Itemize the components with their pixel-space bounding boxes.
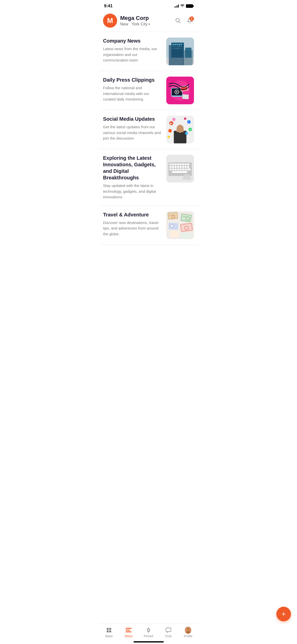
svg-rect-3 [171, 43, 184, 65]
svg-rect-9 [173, 46, 174, 47]
svg-rect-73 [177, 169, 179, 170]
svg-rect-60 [185, 164, 187, 165]
svg-rect-77 [187, 169, 190, 170]
svg-text:↑: ↑ [169, 130, 170, 132]
svg-text:✉: ✉ [189, 129, 191, 131]
svg-rect-13 [181, 46, 182, 47]
company-name: Mega Corp [120, 15, 171, 21]
notification-badge: 2 [189, 16, 194, 21]
wifi-icon [180, 4, 184, 8]
svg-rect-67 [182, 166, 184, 168]
company-logo[interactable]: M [103, 14, 117, 28]
status-bar: 9:41 [99, 0, 198, 11]
svg-rect-57 [177, 164, 179, 165]
svg-point-92 [170, 224, 174, 228]
search-button[interactable] [174, 16, 182, 25]
chevron-down-icon: ▾ [148, 22, 150, 26]
svg-rect-65 [177, 166, 179, 168]
location-text: New York City [120, 22, 147, 26]
svg-rect-96 [170, 230, 179, 237]
news-content: Travel & Adventure Discover new destinat… [103, 211, 162, 237]
location-row[interactable]: New York City ▾ [120, 22, 171, 26]
svg-rect-5 [175, 44, 176, 45]
news-title: Social Media Updates [103, 116, 162, 122]
battery-icon [186, 4, 193, 8]
svg-rect-10 [175, 46, 176, 47]
svg-rect-97 [181, 232, 191, 239]
svg-rect-34 [177, 130, 184, 132]
svg-rect-63 [172, 166, 174, 168]
svg-rect-71 [172, 169, 174, 170]
news-item-company-news[interactable]: Company News Latest news from the media,… [99, 32, 198, 71]
svg-rect-30 [182, 94, 189, 99]
svg-rect-56 [175, 164, 177, 165]
svg-rect-76 [185, 169, 187, 170]
news-image-press [166, 77, 194, 104]
news-item-social-media[interactable]: Social Media Updates Get the latest upda… [99, 110, 198, 149]
news-content: Company News Latest news from the media,… [103, 38, 162, 63]
svg-line-1 [179, 21, 181, 23]
svg-rect-69 [187, 166, 189, 168]
svg-rect-64 [175, 166, 177, 168]
svg-rect-14 [173, 48, 174, 49]
news-image-company-news [166, 38, 194, 65]
news-image-social: ▶ f ↑ ✉ ♥ ✦ ♡ ★ [166, 116, 194, 143]
svg-rect-15 [175, 48, 176, 49]
svg-rect-2 [166, 38, 194, 65]
svg-rect-6 [177, 44, 178, 45]
news-item-daily-press[interactable]: Daily Press Clippings Follow the nationa… [99, 71, 198, 110]
svg-rect-61 [187, 164, 189, 165]
svg-rect-18 [181, 48, 182, 49]
header: M Mega Corp New York City ▾ 2 [99, 11, 198, 32]
svg-rect-68 [185, 166, 187, 168]
svg-rect-70 [170, 169, 172, 170]
status-time: 9:41 [104, 4, 113, 9]
svg-rect-4 [173, 44, 174, 45]
news-item-travel-adventure[interactable]: Travel & Adventure Discover new destinat… [99, 206, 198, 245]
svg-rect-72 [175, 169, 177, 170]
news-title: Travel & Adventure [103, 211, 162, 218]
news-title: Daily Press Clippings [103, 77, 162, 83]
svg-rect-58 [180, 164, 182, 165]
news-image-travel: PASSPORT VISA [166, 211, 194, 239]
news-description: Follow the national and international me… [103, 85, 162, 102]
svg-rect-12 [179, 46, 180, 47]
svg-rect-20 [166, 58, 194, 65]
svg-text:▶: ▶ [170, 122, 172, 125]
svg-text:✦: ✦ [186, 133, 187, 135]
svg-point-37 [187, 120, 191, 124]
svg-rect-11 [177, 46, 178, 47]
svg-rect-59 [182, 164, 184, 165]
news-title: Exploring the Latest Innovations, Gadget… [103, 155, 162, 181]
svg-rect-19 [185, 48, 191, 65]
news-image-tech [166, 155, 194, 182]
svg-rect-75 [182, 169, 184, 170]
news-item-tech-innovations[interactable]: Exploring the Latest Innovations, Gadget… [99, 149, 198, 206]
news-content: Exploring the Latest Innovations, Gadget… [103, 155, 162, 200]
header-title-block: Mega Corp New York City ▾ [120, 15, 171, 26]
svg-text:♡: ♡ [184, 118, 186, 120]
svg-rect-55 [172, 164, 174, 165]
news-title: Company News [103, 38, 162, 44]
svg-rect-54 [170, 164, 172, 165]
svg-rect-7 [179, 44, 180, 45]
news-description: Latest news from the media, our organisa… [103, 46, 162, 63]
header-actions: 2 [174, 16, 194, 25]
news-description: Stay updated with the latest in technolo… [103, 183, 162, 200]
news-content: Daily Press Clippings Follow the nationa… [103, 77, 162, 102]
news-list: Company News Latest news from the media,… [99, 32, 198, 265]
svg-text:★: ★ [168, 137, 170, 138]
svg-rect-16 [177, 48, 178, 49]
building-image [166, 38, 194, 65]
news-description: Get the latest updates from our various … [103, 124, 162, 141]
svg-rect-62 [170, 166, 172, 168]
news-content: Social Media Updates Get the latest upda… [103, 116, 162, 141]
svg-rect-8 [181, 44, 182, 45]
svg-rect-66 [180, 166, 182, 168]
search-icon [175, 17, 181, 23]
notifications-button[interactable]: 2 [186, 16, 194, 25]
svg-text:♥: ♥ [173, 119, 174, 121]
svg-rect-17 [179, 48, 180, 49]
status-icons [174, 4, 193, 8]
svg-rect-74 [180, 169, 182, 170]
